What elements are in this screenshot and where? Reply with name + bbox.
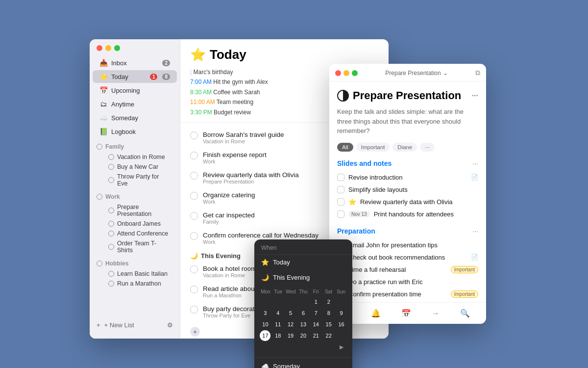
slides-more-button[interactable]: ··· bbox=[472, 159, 478, 167]
when-option-evening[interactable]: 🌙 This Evening bbox=[254, 270, 352, 285]
when-someday[interactable]: ☁️ Someday bbox=[254, 359, 352, 368]
detail-task-item[interactable]: Time a full rehearsal Important bbox=[337, 263, 478, 276]
detail-task-item[interactable]: Do a practice run with Eric bbox=[337, 276, 478, 288]
upcoming-icon: 📅 bbox=[99, 86, 107, 94]
sidebar-sub-item-run-marathon[interactable]: Run a Marathon bbox=[93, 279, 177, 289]
sidebar-item-inbox[interactable]: 📥 Inbox 2 bbox=[93, 56, 177, 69]
italian-icon bbox=[108, 271, 114, 277]
task-checkbox[interactable] bbox=[190, 131, 198, 139]
detail-task-item[interactable]: ⭐ Review quarterly data with Olivia bbox=[337, 196, 478, 208]
cal-day-13[interactable]: 13 bbox=[298, 319, 309, 330]
detail-task-item[interactable]: Nov 13 Print handouts for attendees bbox=[337, 208, 478, 220]
cal-day-1[interactable]: 1 bbox=[311, 296, 321, 307]
cal-day-16[interactable]: 16 bbox=[336, 319, 347, 330]
task-checkbox[interactable] bbox=[190, 286, 198, 293]
detail-task-item[interactable]: Confirm presentation time Important bbox=[337, 288, 478, 300]
detail-task-item[interactable]: Check out book recommendations 📄 bbox=[337, 251, 478, 263]
cal-day-3[interactable]: 3 bbox=[260, 308, 270, 318]
filter-icon[interactable]: ⚙ bbox=[167, 321, 173, 329]
add-task-button[interactable]: + bbox=[190, 327, 200, 337]
cal-day-14[interactable]: 14 bbox=[311, 319, 321, 330]
maximize-button[interactable] bbox=[114, 45, 120, 51]
cal-day-5[interactable]: 5 bbox=[285, 308, 296, 318]
cal-day-11[interactable]: 11 bbox=[272, 319, 283, 330]
cal-day-17[interactable]: 17 bbox=[260, 330, 270, 341]
sidebar-sub-item-prepare-presentation[interactable]: Prepare Presentation bbox=[93, 202, 177, 219]
cal-day-12[interactable]: 12 bbox=[285, 319, 296, 330]
cal-day-21[interactable]: 21 bbox=[311, 330, 321, 341]
detail-task-item[interactable]: Simplify slide layouts bbox=[337, 184, 478, 196]
cal-day-9[interactable]: 9 bbox=[336, 308, 347, 318]
detail-panel: Prepare Presentation ⌄ ⧉ Prepare Present… bbox=[329, 64, 486, 324]
detail-task-item[interactable]: Email John for presentation tips bbox=[337, 239, 478, 251]
cal-day bbox=[260, 296, 270, 307]
calendar-days: 1 2 3 4 5 6 7 8 9 10 11 12 13 14 15 16 1… bbox=[259, 296, 347, 352]
task-checkbox[interactable] bbox=[190, 152, 198, 159]
tag-more[interactable]: ··· bbox=[420, 143, 435, 152]
cal-day-10[interactable]: 10 bbox=[260, 319, 270, 330]
detail-minimize-button[interactable] bbox=[343, 70, 349, 76]
tag-important[interactable]: Important bbox=[356, 143, 390, 152]
sidebar-sub-item-attend-conference[interactable]: Attend Conference bbox=[93, 229, 177, 238]
cal-day-7[interactable]: 7 bbox=[311, 308, 321, 318]
sidebar-item-someday[interactable]: ☁️ Someday bbox=[93, 111, 177, 124]
cal-next-button[interactable]: ▶ bbox=[336, 342, 347, 352]
task-checkbox[interactable] bbox=[190, 232, 198, 240]
detail-more-button[interactable]: ··· bbox=[472, 91, 478, 100]
cal-day-19[interactable]: 19 bbox=[285, 330, 296, 341]
sidebar-sub-item-learn-italian[interactable]: Learn Basic Italian bbox=[93, 269, 177, 279]
car-icon bbox=[108, 164, 114, 170]
detail-window-controls bbox=[335, 70, 358, 76]
task-checkbox[interactable] bbox=[190, 192, 198, 200]
cal-day-6[interactable]: 6 bbox=[298, 308, 309, 318]
sidebar-sub-item-onboard-james[interactable]: Onboard James bbox=[93, 219, 177, 229]
move-button[interactable]: → bbox=[428, 307, 443, 320]
task-checkbox[interactable] bbox=[190, 306, 198, 314]
preparation-more-button[interactable]: ··· bbox=[472, 227, 478, 235]
cal-day-22[interactable]: 22 bbox=[323, 330, 334, 341]
detail-checkbox[interactable] bbox=[337, 174, 344, 181]
sidebar-footer[interactable]: + + New List ⚙ bbox=[90, 317, 180, 333]
sidebar-sub-item-order-tshirts[interactable]: Order Team T-Shirts bbox=[93, 238, 177, 255]
detail-checkbox[interactable] bbox=[337, 198, 344, 206]
sidebar-item-logbook[interactable]: 📗 Logbook bbox=[93, 125, 177, 138]
doc-icon: 📄 bbox=[471, 254, 478, 261]
cal-day-20[interactable]: 20 bbox=[298, 330, 309, 341]
add-reminder-button[interactable]: 🔔 bbox=[367, 307, 385, 320]
detail-checkbox[interactable] bbox=[337, 210, 344, 218]
task-checkbox[interactable] bbox=[190, 212, 198, 220]
detail-checkbox[interactable] bbox=[337, 186, 344, 193]
when-header: When bbox=[254, 239, 352, 255]
cal-day-8[interactable]: 8 bbox=[323, 308, 334, 318]
cal-day bbox=[285, 342, 296, 352]
minimize-button[interactable] bbox=[105, 45, 111, 51]
when-option-today[interactable]: ⭐ Today bbox=[254, 255, 352, 270]
sidebar-item-upcoming[interactable]: 📅 Upcoming bbox=[93, 84, 177, 97]
sidebar-sub-item-buy-new-car[interactable]: Buy a New Car bbox=[93, 162, 177, 172]
content-header: ⭐ Today bbox=[180, 39, 389, 67]
sidebar-sub-item-vacation-rome[interactable]: Vacation in Rome bbox=[93, 152, 177, 162]
cal-day-2[interactable]: 2 bbox=[323, 296, 334, 307]
today-icon: ⭐ bbox=[99, 73, 107, 80]
detail-close-button[interactable] bbox=[335, 70, 341, 76]
tag-diane[interactable]: Diane bbox=[392, 143, 417, 152]
important-badge: Important bbox=[451, 290, 478, 298]
close-button[interactable] bbox=[97, 45, 102, 51]
task-checkbox[interactable] bbox=[190, 265, 198, 273]
detail-task-item[interactable]: Revise introduction 📄 bbox=[337, 171, 478, 184]
task-checkbox[interactable] bbox=[190, 172, 198, 180]
important-badge: Important bbox=[451, 266, 478, 273]
sidebar-item-anytime[interactable]: 🗂 Anytime bbox=[93, 98, 177, 110]
detail-copy-button[interactable]: ⧉ bbox=[475, 69, 480, 77]
detail-footer: + 🔔 📅 → 🔍 bbox=[329, 302, 486, 324]
cal-day-15[interactable]: 15 bbox=[323, 319, 334, 330]
sidebar-item-today[interactable]: ⭐ Today 1 8 bbox=[93, 70, 177, 83]
cal-day-4[interactable]: 4 bbox=[272, 308, 283, 318]
tag-all[interactable]: All bbox=[337, 143, 353, 152]
inbox-icon: 📥 bbox=[99, 59, 107, 67]
detail-maximize-button[interactable] bbox=[352, 70, 358, 76]
cal-day-18[interactable]: 18 bbox=[272, 330, 283, 341]
sidebar-sub-item-throw-party[interactable]: Throw Party for Eve bbox=[93, 172, 177, 188]
calendar-button[interactable]: 📅 bbox=[397, 307, 415, 320]
search-button[interactable]: 🔍 bbox=[456, 307, 474, 320]
